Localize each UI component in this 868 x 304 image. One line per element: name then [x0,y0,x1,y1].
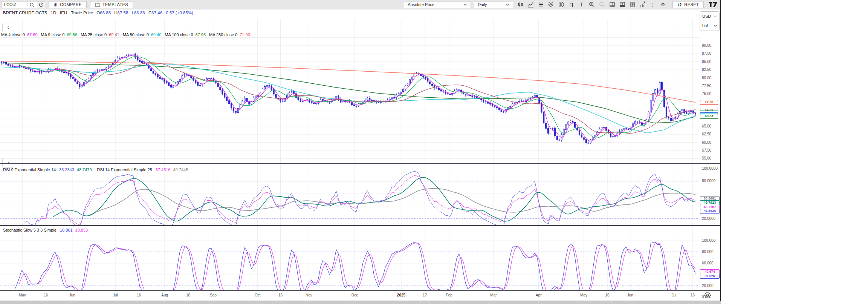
time-axis-label: Mar [490,293,497,297]
time-axis-label: 16 [44,293,48,297]
crosshair-tool-icon[interactable] [566,1,576,8]
ma-legend-item: MA 9 close 069.86 [41,32,78,37]
time-axis-label: 17 [423,293,427,297]
symbol-text: LCOc1 [2,2,28,7]
pane-separator[interactable] [0,163,721,164]
reset-label: RESET [684,2,699,7]
axis-label: 100.0000 [699,166,721,170]
axis-label: 65.00 [699,124,721,128]
axis-label: 90.00 [699,43,721,48]
collapse-main-legend-button[interactable]: ‹ [2,23,14,32]
tradingview-logo-icon [709,2,718,8]
chevron-down-icon [714,25,717,27]
chart-tools-strip: T ⋮ ⚙ [515,1,668,8]
bottom-scroll-strip[interactable] [0,301,721,304]
time-axis-label: 16 [137,293,141,297]
axis-label: 85.00 [699,60,721,64]
candlestick-chart-icon[interactable] [515,1,526,8]
price-mode-select[interactable]: Absolute Price [404,1,471,8]
chevron-down-icon [506,3,509,6]
price-badge: 39.4945 [700,209,720,214]
ma-legend: MA 4 close 067.69MA 9 close 069.86MA 25 … [1,32,254,37]
stoch-legend: Stochastic Slow 5 3 3 Simple10.86110.853 [3,228,93,232]
chart-export-icon[interactable] [637,1,648,8]
time-axis-label: Sep [210,293,217,297]
axis-label: 57.50 [699,148,721,152]
indicator-value: 37.4516 [156,167,171,172]
indicator-value: 10.861 [60,228,73,232]
data-table-icon[interactable] [607,1,617,8]
zoom-in-icon[interactable] [587,1,597,8]
indicator-label: Stochastic Slow 5 3 3 Simple [3,228,57,232]
time-axis-label: Jul [113,293,118,297]
price-badge: 72.38 [700,100,718,105]
time-axis-label: Nov [306,293,312,297]
zoom-out-icon[interactable] [597,1,607,8]
symbol-search-input[interactable]: LCOc1 [1,1,37,8]
timezone-settings-icon[interactable] [704,292,711,299]
indicator-label: RSI 9 Exponential Simple 14 [3,167,56,172]
price-badge: 39.626 [700,274,720,279]
indicator-value: 49.7445 [173,167,188,172]
more-options-icon[interactable]: ⋮ [648,1,658,8]
indicator-value: 10.853 [75,228,88,232]
pane-separator[interactable] [0,225,721,226]
time-axis-label: 16 [605,293,610,297]
axis-label: 80.0000 [699,179,721,183]
interval-value: Daily [478,2,487,7]
reset-button[interactable]: ↺ RESET [672,1,704,8]
indicator-value: 48.7470 [77,167,92,172]
unit-selector: USD bbl [700,11,720,31]
chart-canvas[interactable] [0,9,699,301]
settings-gear-icon[interactable]: ⚙ [658,1,668,8]
axis-label: 55.00 [699,156,721,160]
interval-select[interactable]: Daily [474,1,513,8]
tradingview-logo[interactable] [708,1,719,9]
time-axis-label: Jul [671,293,676,297]
trading-chart-app: LCOc1 ⊕ COMPARE TEMPLATES Absolute Price [0,0,721,304]
axis-label: 77.50 [699,84,721,88]
symbol-history-button[interactable] [37,1,45,8]
search-icon [28,2,35,7]
price-badge: 68.04 [700,114,718,119]
app-right-border [720,0,721,301]
templates-button[interactable]: TEMPLATES [90,1,133,8]
rsi-legend: RSI 9 Exponential Simple 1433.234348.747… [3,167,193,172]
compare-label: COMPARE [60,2,82,7]
axis-label: 100.000 [699,238,721,243]
indicator-label: RSI 14 Exponential Simple 25 [97,167,152,172]
folder-icon [95,2,100,7]
axis-label: 60.00 [699,140,721,144]
compare-button[interactable]: ⊕ COMPARE [49,1,87,8]
axis-label: 80.00 [699,76,721,80]
axis-label: 75.00 [699,92,721,96]
collapse-rsi-legend-button[interactable]: ‹ [2,158,14,167]
chart-region: BRENT CRUDE OCT5·1D·IEU·Trade Price O66.… [0,9,721,301]
templates-label: TEMPLATES [102,2,128,7]
text-tool-icon[interactable]: T [576,1,587,8]
calendar-events-icon[interactable] [556,1,566,8]
add-pane-icon[interactable] [617,1,627,8]
currency-select[interactable]: USD [700,12,719,21]
waves-style-icon[interactable] [546,1,556,8]
time-axis-separator [0,290,721,291]
area-chart-icon[interactable] [526,1,536,8]
stacked-lines-icon[interactable] [536,1,546,8]
time-axis[interactable]: May16JunJul16Aug16SepOct16NovDec202517Fe… [0,291,720,300]
time-axis-label: Jun [69,293,75,297]
time-axis-label: Aug [161,293,168,297]
ma-legend-item: MA 100 close 067.96 [165,32,206,37]
unit-select[interactable]: bbl [700,21,719,30]
price-scale-border [699,9,699,301]
ma-legend-item: MA 50 close 069.40 [123,32,162,37]
plus-circle-icon: ⊕ [53,2,58,7]
price-scale-column[interactable]: USD bbl 90.0087.5085.0082.5080.0077.5075… [699,9,720,291]
indicator-value: 33.2343 [59,167,74,172]
time-axis-label: Feb [446,293,452,297]
notes-icon[interactable] [627,1,637,8]
time-axis-label: Jun [627,293,633,297]
ma-legend-item: MA 4 close 067.69 [1,32,38,37]
clock-icon [39,2,44,7]
chevron-down-icon [714,15,717,17]
time-axis-label: 16 [186,293,190,297]
